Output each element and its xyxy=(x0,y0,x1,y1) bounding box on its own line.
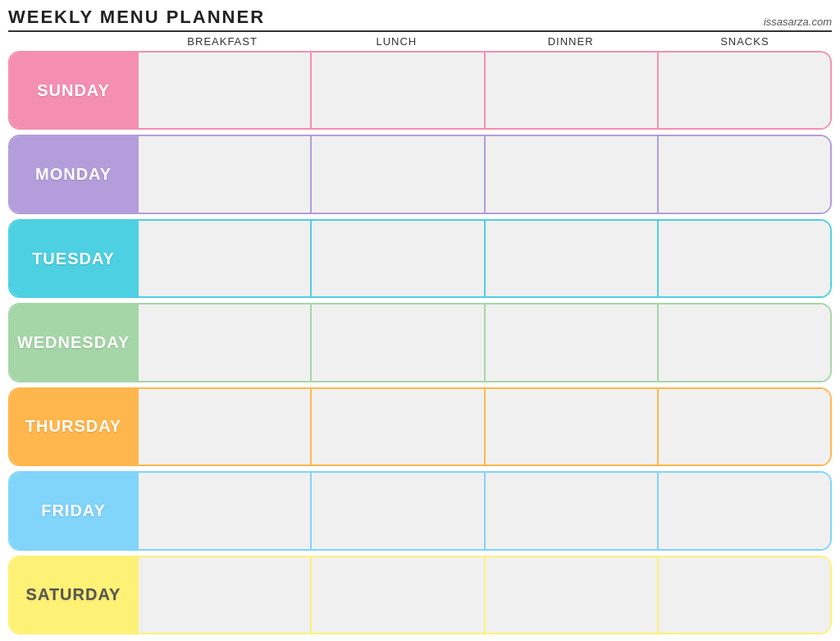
day-row-friday: Friday xyxy=(8,471,832,550)
day-label-wednesday: Wednesday xyxy=(10,304,137,380)
day-label-saturday: Saturday xyxy=(10,557,137,633)
day-label-monday: Monday xyxy=(10,136,137,212)
meal-cell-wednesday-breakfast[interactable] xyxy=(137,304,310,380)
column-headers: Breakfast Lunch Dinner Snacks xyxy=(8,35,832,48)
col-lunch: Lunch xyxy=(309,35,483,48)
col-spacer xyxy=(8,35,135,48)
meal-cell-saturday-lunch[interactable] xyxy=(310,557,483,633)
meal-cell-sunday-breakfast[interactable] xyxy=(137,53,310,128)
day-label-thursday: Thursday xyxy=(10,389,137,465)
day-row-monday: Monday xyxy=(8,135,832,213)
meal-cell-monday-lunch[interactable] xyxy=(310,136,483,212)
meal-cell-thursday-dinner[interactable] xyxy=(484,389,657,465)
site-url: issasarza.com xyxy=(764,16,832,28)
meal-cell-wednesday-dinner[interactable] xyxy=(484,304,657,380)
meal-cell-sunday-dinner[interactable] xyxy=(484,53,657,128)
meal-cell-saturday-breakfast[interactable] xyxy=(137,557,310,633)
day-row-tuesday: Tuesday xyxy=(8,219,832,298)
page-header: Weekly Menu Planner issasarza.com xyxy=(8,7,832,32)
day-rows: SundayMondayTuesdayWednesdayThursdayFrid… xyxy=(8,51,832,634)
meal-cell-wednesday-lunch[interactable] xyxy=(310,304,483,380)
meal-cell-tuesday-lunch[interactable] xyxy=(310,221,483,296)
meal-cell-monday-dinner[interactable] xyxy=(484,136,657,212)
day-row-sunday: Sunday xyxy=(8,51,832,130)
page-title: Weekly Menu Planner xyxy=(8,7,265,28)
meal-cell-tuesday-snacks[interactable] xyxy=(657,221,830,296)
day-row-saturday: Saturday xyxy=(8,556,832,634)
col-dinner: Dinner xyxy=(484,35,658,48)
day-label-friday: Friday xyxy=(10,473,137,548)
meal-cell-saturday-snacks[interactable] xyxy=(657,557,830,633)
meal-cell-thursday-breakfast[interactable] xyxy=(137,389,310,465)
meal-cell-thursday-lunch[interactable] xyxy=(310,389,483,465)
meal-cell-monday-breakfast[interactable] xyxy=(137,136,310,212)
meal-cell-tuesday-breakfast[interactable] xyxy=(137,221,310,296)
day-row-thursday: Thursday xyxy=(8,387,832,466)
meal-cell-sunday-lunch[interactable] xyxy=(310,53,483,128)
day-label-sunday: Sunday xyxy=(10,53,137,128)
meal-cell-friday-lunch[interactable] xyxy=(310,473,483,548)
day-row-wednesday: Wednesday xyxy=(8,303,832,382)
meal-cell-thursday-snacks[interactable] xyxy=(657,389,830,465)
meal-cell-friday-dinner[interactable] xyxy=(484,473,657,548)
meal-cell-monday-snacks[interactable] xyxy=(657,136,830,212)
col-snacks: Snacks xyxy=(658,35,832,48)
meal-cell-tuesday-dinner[interactable] xyxy=(484,221,657,296)
meal-cell-friday-breakfast[interactable] xyxy=(137,473,310,548)
meal-cell-wednesday-snacks[interactable] xyxy=(657,304,830,380)
col-breakfast: Breakfast xyxy=(135,35,309,48)
day-label-tuesday: Tuesday xyxy=(10,221,137,296)
meal-cell-friday-snacks[interactable] xyxy=(657,473,830,548)
meal-cell-saturday-dinner[interactable] xyxy=(484,557,657,633)
meal-cell-sunday-snacks[interactable] xyxy=(657,53,830,128)
